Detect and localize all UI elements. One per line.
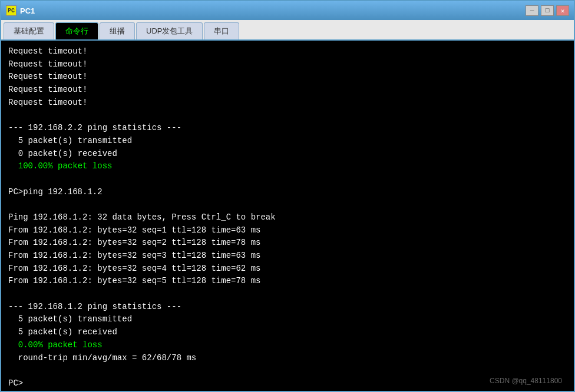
watermark: CSDN @qq_48111800	[490, 376, 562, 386]
window-icon: PC	[6, 5, 16, 16]
close-button[interactable]: ✕	[556, 5, 569, 16]
terminal-output: Request timeout! Request timeout! Reques…	[8, 45, 567, 390]
window: PC PC1 — □ ✕ 基础配置 命令行 组播 UDP发包工具 串口 Requ…	[0, 0, 575, 392]
tab-cmd[interactable]: 命令行	[55, 22, 98, 39]
tab-udp[interactable]: UDP发包工具	[136, 22, 203, 39]
window-title: PC1	[20, 6, 35, 15]
maximize-button[interactable]: □	[541, 5, 554, 16]
tab-group[interactable]: 组播	[100, 22, 135, 39]
tab-basic[interactable]: 基础配置	[4, 22, 54, 39]
minimize-button[interactable]: —	[526, 5, 538, 16]
title-bar-left: PC PC1	[6, 5, 35, 16]
tab-bar: 基础配置 命令行 组播 UDP发包工具 串口	[1, 20, 574, 41]
title-bar: PC PC1 — □ ✕	[1, 1, 574, 20]
terminal[interactable]: Request timeout! Request timeout! Reques…	[1, 41, 574, 391]
tab-serial[interactable]: 串口	[204, 22, 239, 39]
title-controls: — □ ✕	[526, 5, 569, 16]
